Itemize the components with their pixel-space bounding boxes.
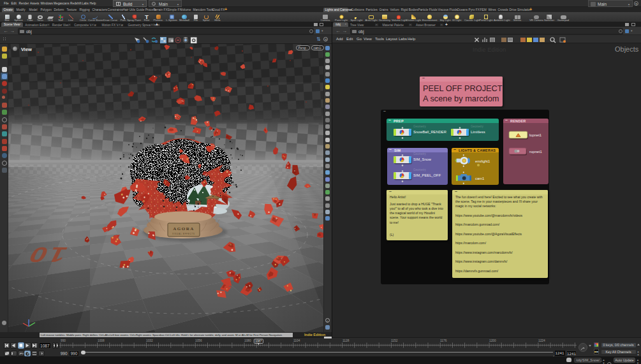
svg-text:1104: 1104 bbox=[293, 339, 300, 342]
svg-text:AGORA: AGORA bbox=[173, 226, 195, 231]
svg-text:VISUAL EFFECTS: VISUAL EFFECTS bbox=[172, 233, 195, 235]
svg-text:1080: 1080 bbox=[244, 339, 251, 342]
svg-text:990: 990 bbox=[61, 339, 66, 342]
svg-text:1176: 1176 bbox=[440, 339, 447, 342]
svg-text:1224: 1224 bbox=[538, 339, 545, 342]
svg-text:1056: 1056 bbox=[195, 339, 202, 342]
svg-text:1087: 1087 bbox=[255, 340, 262, 343]
svg-text:1152: 1152 bbox=[391, 339, 398, 342]
svg-text:1008: 1008 bbox=[98, 339, 105, 342]
svg-text:1128: 1128 bbox=[343, 339, 350, 342]
svg-text:1200: 1200 bbox=[489, 339, 496, 342]
svg-text:1032: 1032 bbox=[146, 339, 153, 342]
